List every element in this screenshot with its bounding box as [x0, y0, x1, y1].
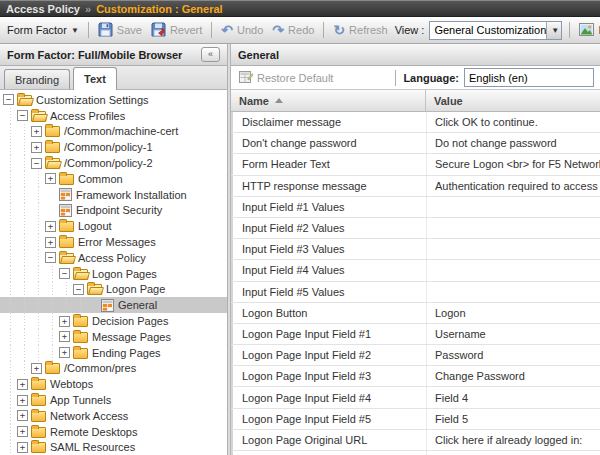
- table-row[interactable]: Form Header TextSecure Logon <br> for F5…: [231, 154, 600, 175]
- expand-node-icon[interactable]: +: [17, 410, 28, 421]
- collapse-node-icon[interactable]: −: [3, 94, 14, 105]
- tree-item-app-tunnels[interactable]: +App Tunnels: [0, 392, 227, 408]
- expand-node-icon[interactable]: +: [17, 379, 28, 390]
- breadcrumb-current-page: Customization : General: [96, 3, 223, 15]
- expand-node-icon[interactable]: +: [17, 442, 28, 453]
- table-row[interactable]: Logon Page Input Field #4Field 4: [231, 387, 600, 408]
- tree-item-common[interactable]: +Common: [0, 171, 227, 187]
- restore-default-label: Restore Default: [257, 72, 333, 84]
- undo-icon: ↶: [221, 24, 233, 36]
- tree-item-customization-settings[interactable]: −Customization Settings: [0, 92, 227, 108]
- tree-item-label: Endpoint Security: [76, 204, 162, 216]
- expand-node-icon[interactable]: +: [31, 126, 42, 137]
- tree-item-common-policy-2[interactable]: −/Common/policy-2: [0, 155, 227, 171]
- table-row[interactable]: Disclaimer messageClick OK to continue.: [231, 112, 600, 133]
- tree-item-access-profiles[interactable]: −Access Profiles: [0, 108, 227, 124]
- grid-icon: [101, 299, 114, 312]
- tree-item-decision-pages[interactable]: +Decision Pages: [0, 313, 227, 329]
- expand-node-icon[interactable]: +: [59, 347, 70, 358]
- expand-node-icon[interactable]: +: [45, 173, 56, 184]
- tree-item-common-policy-1[interactable]: +/Common/policy-1: [0, 139, 227, 155]
- tree-item-remote-desktops[interactable]: +Remote Desktops: [0, 424, 227, 440]
- tree-item-saml-resources[interactable]: +SAML Resources: [0, 440, 227, 455]
- table-row[interactable]: HTTP response messageAuthentication requ…: [231, 176, 600, 197]
- table-row[interactable]: Logon Page Input Field #1Username: [231, 324, 600, 345]
- tree-item-general[interactable]: General: [0, 297, 227, 313]
- revert-button[interactable]: Revert: [149, 22, 204, 39]
- collapse-node-icon[interactable]: −: [73, 284, 84, 295]
- collapse-node-icon[interactable]: −: [31, 158, 42, 169]
- tree-indent-guide: [31, 345, 45, 361]
- expand-node-icon[interactable]: +: [59, 331, 70, 342]
- collapse-node-icon[interactable]: −: [59, 268, 70, 279]
- refresh-label: Refresh: [349, 24, 388, 36]
- tree-indent-guide: [31, 187, 45, 203]
- expand-node-icon[interactable]: +: [59, 316, 70, 327]
- table-row[interactable]: Input Field #5 Values: [231, 282, 600, 303]
- table-row[interactable]: Input Field #3 Values: [231, 239, 600, 260]
- tree-indent-guide: [45, 329, 59, 345]
- column-header-name[interactable]: Name: [231, 90, 426, 111]
- tree-indent-guide: [73, 297, 87, 313]
- expand-node-icon[interactable]: +: [31, 363, 42, 374]
- tree-item-error-messages[interactable]: +Error Messages: [0, 234, 227, 250]
- collapse-node-icon[interactable]: −: [45, 252, 56, 263]
- value-cell: Username: [426, 324, 600, 344]
- table-row[interactable]: Logon Page Input Field #5Field 5: [231, 409, 600, 430]
- tree-item-access-policy[interactable]: −Access Policy: [0, 250, 227, 266]
- table-row[interactable]: Don't change passwordDo not change passw…: [231, 133, 600, 154]
- refresh-button[interactable]: ↻ Refresh: [331, 24, 389, 36]
- expand-node-icon[interactable]: +: [17, 395, 28, 406]
- image-browser-button[interactable]: Image Browser: [577, 23, 600, 38]
- expand-node-icon[interactable]: +: [17, 426, 28, 437]
- table-row[interactable]: Input Field #2 Values: [231, 218, 600, 239]
- table-row[interactable]: Logon ButtonLogon: [231, 303, 600, 324]
- undo-button[interactable]: ↶ Undo: [219, 24, 265, 36]
- folder-open-icon: [45, 158, 60, 169]
- breadcrumb-section-link[interactable]: Access Policy: [6, 3, 80, 15]
- name-cell: Logon Page Input Field #5: [231, 409, 426, 429]
- table-row[interactable]: Input Field #1 Values: [231, 197, 600, 218]
- tree-item-logout[interactable]: +Logout: [0, 218, 227, 234]
- form-factor-button[interactable]: Form Factor ▼: [5, 24, 81, 36]
- table-row[interactable]: Input Field #4 Values: [231, 260, 600, 281]
- tree-item-common-pres[interactable]: +/Common/pres: [0, 361, 227, 377]
- tree-item-label: Customization Settings: [36, 94, 149, 106]
- tree-indent-guide: [17, 345, 31, 361]
- redo-button[interactable]: ↷ Redo: [270, 24, 316, 36]
- tree-item-endpoint-security[interactable]: Endpoint Security: [0, 203, 227, 219]
- table-row[interactable]: Logon Page Input Field #3Change Password: [231, 366, 600, 387]
- tree-item-label: App Tunnels: [50, 394, 111, 406]
- tree-item-webtops[interactable]: +Webtops: [0, 376, 227, 392]
- tree-indent-guide: [17, 361, 31, 377]
- tree-item-message-pages[interactable]: +Message Pages: [0, 329, 227, 345]
- tab-branding[interactable]: Branding: [4, 69, 70, 89]
- table-row[interactable]: Logon Page Original URLClick here if alr…: [231, 430, 600, 451]
- view-select[interactable]: General Customization ▼: [429, 21, 562, 40]
- language-select[interactable]: English (en): [464, 68, 594, 87]
- expand-node-icon[interactable]: +: [45, 221, 56, 232]
- tree-item-label: Common: [78, 173, 123, 185]
- tree-item-network-access[interactable]: +Network Access: [0, 408, 227, 424]
- content-area: Form Factor: Full/Mobile Browser « Brand…: [0, 44, 600, 455]
- tree-item-label: Decision Pages: [92, 315, 168, 327]
- restore-default-button[interactable]: Restore Default: [237, 70, 335, 86]
- tree-item-framework-installation[interactable]: Framework Installation: [0, 187, 227, 203]
- tree-item-common-machine-cert[interactable]: +/Common/machine-cert: [0, 124, 227, 140]
- column-header-value[interactable]: Value: [426, 90, 600, 111]
- expand-node-icon[interactable]: +: [31, 142, 42, 153]
- tree-item-logon-page[interactable]: −Logon Page: [0, 282, 227, 298]
- tree-indent-guide: [17, 155, 31, 171]
- table-row[interactable]: Logon Page Input Field #2Password: [231, 345, 600, 366]
- save-label: Save: [117, 24, 142, 36]
- tree: −Customization Settings−Access Profiles+…: [0, 90, 227, 455]
- collapse-panel-button[interactable]: «: [201, 47, 220, 62]
- save-button[interactable]: Save: [96, 22, 144, 39]
- revert-label: Revert: [170, 24, 202, 36]
- value-cell: Authentication required to access the re: [426, 176, 600, 196]
- tree-item-ending-pages[interactable]: +Ending Pages: [0, 345, 227, 361]
- tree-item-logon-pages[interactable]: −Logon Pages: [0, 266, 227, 282]
- tab-text[interactable]: Text: [73, 67, 117, 90]
- expand-node-icon[interactable]: +: [45, 237, 56, 248]
- collapse-node-icon[interactable]: −: [17, 110, 28, 121]
